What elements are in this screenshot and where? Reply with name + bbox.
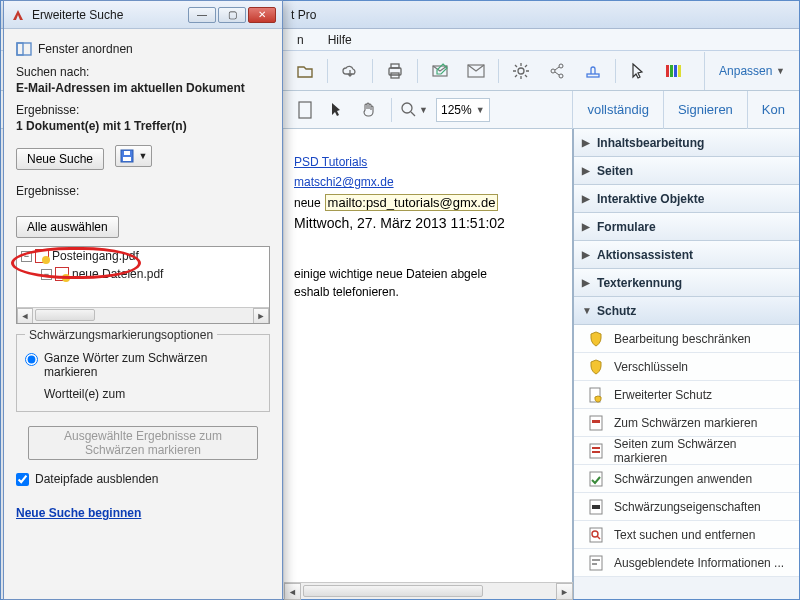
pdf-icon (35, 249, 49, 263)
schutz-verschluesseln[interactable]: Verschlüsseln (574, 353, 799, 381)
chevron-right-icon: ▶ (582, 277, 591, 288)
save-dropdown[interactable]: ▼ (115, 145, 152, 167)
tree-row-child[interactable]: − neue Dateien.pdf (17, 265, 269, 283)
svg-rect-34 (124, 151, 130, 155)
arrange-windows-label[interactable]: Fenster anordnen (38, 42, 133, 56)
hand-icon[interactable] (355, 96, 383, 124)
doc-h-scrollbar[interactable]: ◄ ► (284, 582, 573, 599)
scroll-right-icon[interactable]: ► (556, 583, 573, 600)
open-icon[interactable] (291, 57, 319, 85)
minimize-button[interactable]: — (188, 7, 216, 23)
section-formulare[interactable]: ▶Formulare (574, 213, 799, 241)
chk-dateipfade-label: Dateipfade ausblenden (35, 472, 158, 486)
document-date: Mittwoch, 27. März 2013 11:51:02 (294, 213, 570, 233)
mail-icon[interactable] (462, 57, 490, 85)
floppy-icon (120, 149, 134, 163)
chevron-right-icon: ▶ (582, 137, 591, 148)
advanced-search-window: Erweiterte Suche — ▢ ✕ Fenster anordnen … (3, 0, 283, 600)
scroll-thumb[interactable] (35, 309, 95, 321)
scroll-left-icon[interactable]: ◄ (284, 583, 301, 600)
svg-rect-24 (592, 505, 600, 509)
apply-redaction-button[interactable]: Ausgewählte Ergebnisse zum Schwärzen mar… (28, 426, 258, 460)
section-schutz[interactable]: ▼Schutz (574, 297, 799, 325)
chevron-right-icon: ▶ (582, 249, 591, 260)
neue-suche-link[interactable]: Neue Suche beginnen (16, 506, 141, 520)
kommentar-button[interactable]: Kon (747, 91, 799, 129)
maximize-button[interactable]: ▢ (218, 7, 246, 23)
search-titlebar[interactable]: Erweiterte Suche — ▢ ✕ (4, 1, 282, 29)
section-seiten[interactable]: ▶Seiten (574, 157, 799, 185)
redact-options-fieldset: Schwärzungsmarkierungsoptionen Ganze Wör… (16, 334, 270, 412)
neue-suche-button[interactable]: Neue Suche (16, 148, 104, 170)
tree-h-scrollbar[interactable]: ◄ ► (17, 307, 269, 323)
ergebnisse-value: 1 Dokument(e) mit 1 Treffer(n) (16, 119, 270, 133)
radio-ganze-woerter[interactable] (25, 353, 38, 366)
collapse-icon[interactable]: − (41, 269, 52, 280)
pointer-icon[interactable] (624, 57, 652, 85)
neue-label: neue (294, 196, 321, 210)
gear-icon[interactable] (507, 57, 535, 85)
svg-rect-10 (666, 65, 669, 77)
schutz-seiten-schwaerzen[interactable]: Seiten zum Schwärzen markieren (574, 437, 799, 465)
chevron-right-icon: ▶ (582, 221, 591, 232)
share-icon[interactable] (543, 57, 571, 85)
ergebnisse-label: Ergebnisse: (16, 103, 270, 117)
schutz-text-entfernen[interactable]: Text suchen und entfernen (574, 521, 799, 549)
alle-auswaehlen-button[interactable]: Alle auswählen (16, 216, 119, 238)
svg-point-7 (559, 64, 563, 68)
svg-point-5 (518, 68, 524, 74)
chk-dateipfade[interactable] (16, 473, 29, 486)
menu-help[interactable]: Hilfe (322, 31, 358, 49)
schutz-zum-schwaerzen[interactable]: Zum Schwärzen markieren (574, 409, 799, 437)
search-remove-icon (588, 527, 604, 543)
stamp-icon[interactable] (579, 57, 607, 85)
page-icon[interactable] (291, 96, 319, 124)
schutz-bearbeitung-beschraenken[interactable]: Bearbeitung beschränken (574, 325, 799, 353)
mailto-tooltip: mailto:psd_tutorials@gmx.de (325, 194, 499, 211)
schutz-anwenden[interactable]: Schwärzungen anwenden (574, 465, 799, 493)
mail-compose-icon[interactable] (426, 57, 454, 85)
cloud-icon[interactable] (336, 57, 364, 85)
svg-point-6 (551, 69, 555, 73)
page-shield-icon (588, 387, 604, 403)
section-inhaltsbearbeitung[interactable]: ▶Inhaltsbearbeitung (574, 129, 799, 157)
scroll-right-icon[interactable]: ► (253, 308, 269, 324)
ergebnisse2-label: Ergebnisse: (16, 184, 270, 198)
svg-rect-11 (670, 65, 673, 77)
collapse-icon[interactable]: − (21, 251, 32, 262)
svg-rect-21 (592, 451, 600, 453)
separator (498, 59, 499, 83)
zoom-icon[interactable]: ▼ (400, 96, 428, 124)
menu-tools[interactable]: n (291, 31, 310, 49)
schutz-eigenschaften[interactable]: Schwärzungseigenschaften (574, 493, 799, 521)
document-view: PSD Tutorials matschi2@gmx.de neue mailt… (284, 129, 573, 599)
section-aktionsassistent[interactable]: ▶Aktionsassistent (574, 241, 799, 269)
tree-child-label: neue Dateien.pdf (72, 267, 163, 281)
scroll-thumb[interactable] (303, 585, 483, 597)
cursor-select-icon[interactable] (327, 96, 347, 124)
section-interaktive-objekte[interactable]: ▶Interaktive Objekte (574, 185, 799, 213)
svg-rect-13 (678, 65, 681, 77)
schutz-erweiterter-schutz[interactable]: Erweiterter Schutz (574, 381, 799, 409)
close-button[interactable]: ✕ (248, 7, 276, 23)
section-texterkennung[interactable]: ▶Texterkennung (574, 269, 799, 297)
signieren-button[interactable]: Signieren (663, 91, 747, 129)
radio-ganze-label: Ganze Wörter zum Schwärzen markieren (44, 351, 224, 379)
svg-rect-12 (674, 65, 677, 77)
color-bars-icon[interactable] (660, 57, 688, 85)
redact-mark-icon (588, 415, 604, 431)
link-email[interactable]: matschi2@gmx.de (294, 175, 394, 189)
scroll-track[interactable] (33, 308, 253, 324)
link-psd-tutorials[interactable]: PSD Tutorials (294, 155, 367, 169)
scroll-left-icon[interactable]: ◄ (17, 308, 33, 324)
scroll-track[interactable] (301, 583, 556, 599)
arrange-windows-icon (16, 41, 32, 57)
svg-rect-22 (590, 472, 602, 486)
vollstaendig-button[interactable]: vollständig (572, 91, 662, 129)
results-tree[interactable]: − Posteingang.pdf − neue Dateien.pdf ◄ ► (16, 246, 270, 324)
print-icon[interactable] (381, 57, 409, 85)
zoom-dropdown[interactable]: 125%▼ (436, 98, 490, 122)
schutz-ausgeblendete[interactable]: Ausgeblendete Informationen ... (574, 549, 799, 577)
anpassen-button[interactable]: Anpassen ▼ (704, 52, 799, 90)
tree-row-root[interactable]: − Posteingang.pdf (17, 247, 269, 265)
